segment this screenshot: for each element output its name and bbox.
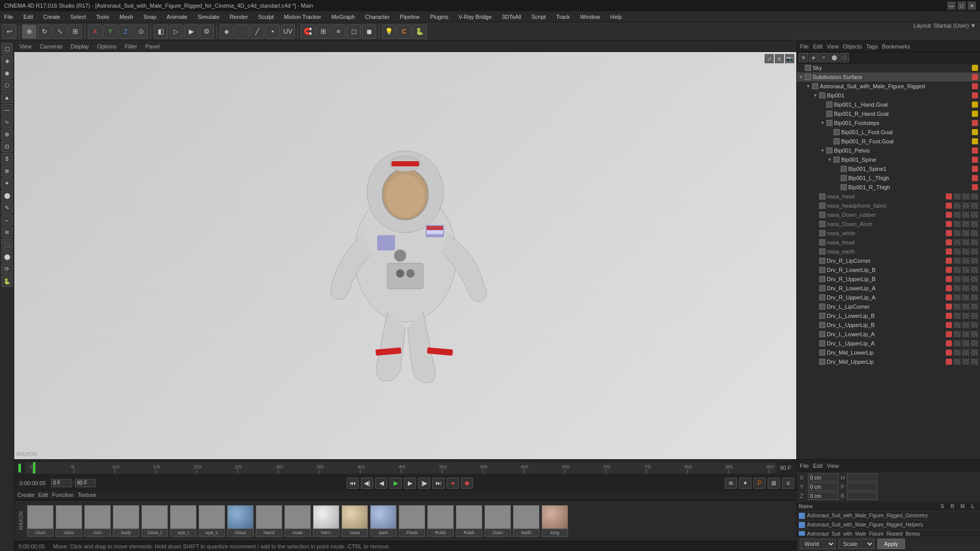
tool-13[interactable]: ⬤	[2, 190, 13, 201]
mat-tab-edit[interactable]: Edit	[38, 492, 48, 498]
next-frame-button[interactable]: ▶	[404, 478, 416, 489]
btm-tab-file[interactable]: File	[800, 463, 809, 469]
undo-button[interactable]: ↩	[2, 24, 16, 39]
menu-item-animate[interactable]: Animate	[165, 13, 189, 21]
light-button[interactable]: 💡	[382, 24, 396, 39]
material-slot[interactable]: Rubb	[427, 505, 454, 537]
menu-item-edit[interactable]: Edit	[21, 13, 35, 21]
obj-tab-file[interactable]: File	[800, 43, 809, 49]
tree-item[interactable]: Drv_R_LowerLip_A	[797, 284, 980, 293]
tree-item[interactable]: ▼Bip001	[797, 91, 980, 100]
menu-item-character[interactable]: Character	[363, 13, 391, 21]
poly-mode-button[interactable]: ▪	[265, 24, 280, 39]
all-axis-button[interactable]: ⊙	[134, 24, 148, 39]
p-input[interactable]	[847, 483, 877, 491]
menu-item-tools[interactable]: Tools	[94, 13, 111, 21]
tree-item[interactable]: Bip001_L_Thigh	[797, 173, 980, 183]
material-slot[interactable]: Stain	[484, 505, 511, 537]
tree-item[interactable]: Drv_R_UpperLip_A	[797, 293, 980, 302]
scene-icon-2[interactable]: ◈	[809, 53, 818, 62]
auto-key-button[interactable]: ⏺	[461, 478, 473, 489]
paint-tool[interactable]: ◈	[2, 55, 13, 66]
tool-14[interactable]: ✎	[2, 202, 13, 213]
tool-15[interactable]: ⟗	[2, 214, 13, 226]
tree-item[interactable]: Sky	[797, 63, 980, 72]
next-key-button[interactable]: |▶	[418, 478, 430, 489]
play-button[interactable]: ▶	[389, 478, 402, 489]
end-frame-input[interactable]	[75, 479, 95, 487]
menu-item-render[interactable]: Render	[228, 13, 250, 21]
tool-8[interactable]: ⊕	[2, 129, 13, 140]
tree-item[interactable]: nasa_earth	[797, 247, 980, 256]
viewport-tab-filter[interactable]: Filter	[122, 42, 139, 51]
mat-tab-create[interactable]: Create	[17, 492, 34, 498]
maximize-button[interactable]: □	[958, 2, 966, 10]
menu-item-script[interactable]: Script	[529, 13, 548, 21]
viewport-tab-panel[interactable]: Panel	[143, 42, 162, 51]
tree-item[interactable]: ▼Astronaut_Suit_with_Male_Figure_Rigged	[797, 82, 980, 91]
tool-18[interactable]: ⬤	[2, 251, 13, 262]
menu-item-v-ray-bridge[interactable]: V-Ray Bridge	[457, 13, 494, 21]
material-slot[interactable]: Alum	[56, 505, 82, 537]
tool-19[interactable]: ⟳	[2, 263, 13, 274]
tree-item[interactable]: nasa_hand	[797, 192, 980, 201]
tool-17[interactable]: ⬛	[2, 239, 13, 250]
menu-item-file[interactable]: File	[2, 13, 15, 21]
tree-item[interactable]: Bip001_R_Foot.Goal	[797, 137, 980, 146]
tree-item[interactable]: Bip001_Spine1	[797, 164, 980, 173]
render-region-button[interactable]: ◧	[154, 24, 168, 39]
motion-clip-button[interactable]: ≋	[725, 478, 737, 489]
viewport-tab-options[interactable]: Options	[95, 42, 118, 51]
world-select[interactable]: World Local Object	[800, 539, 836, 549]
tree-item[interactable]: Drv_L_LowerLip_A	[797, 330, 980, 339]
tool-12[interactable]: ✦	[2, 178, 13, 189]
material-slot[interactable]: eye_c	[199, 505, 225, 537]
goto-end-button[interactable]: ⏭	[432, 478, 445, 489]
point-mode-button[interactable]: ·	[235, 24, 249, 39]
material-slot[interactable]: Glass	[227, 505, 254, 537]
material-slot[interactable]: tong	[542, 505, 568, 537]
material-slot[interactable]: Mirrc	[313, 505, 339, 537]
scene-icon-5[interactable]: ⬡	[840, 53, 849, 62]
bottom-table-row[interactable]: Astronaut_Suit_with_Male_Figure_Rigged_G…	[797, 511, 980, 520]
obj-tab-tags[interactable]: Tags	[866, 43, 878, 49]
menu-item-simulate[interactable]: Simulate	[195, 13, 222, 21]
viewport[interactable]: ⤢ ≡ 📷 MAXON	[14, 52, 796, 459]
viewport-tab-view[interactable]: View	[17, 42, 34, 51]
material-slot[interactable]: Rubb	[456, 505, 482, 537]
material-slot[interactable]: mate	[284, 505, 311, 537]
tree-item[interactable]: ▼Bip001_Spine	[797, 155, 980, 164]
tree-item[interactable]: Drv_R_LipCorner	[797, 256, 980, 265]
obj-tab-objects[interactable]: Objects	[843, 43, 862, 49]
menu-item-snap[interactable]: Snap	[141, 13, 159, 21]
material-slot[interactable]: Detai_l	[141, 505, 168, 537]
edge-mode-button[interactable]: ╱	[250, 24, 264, 39]
menu-item-mesh[interactable]: Mesh	[117, 13, 135, 21]
tool-11[interactable]: ⊗	[2, 165, 13, 177]
tree-item[interactable]: Drv_L_LowerLip_B	[797, 311, 980, 320]
tool-20[interactable]: 🐍	[2, 276, 13, 287]
tree-item[interactable]: ▼Subdivision Surface	[797, 72, 980, 82]
prev-key-button[interactable]: ◀|	[361, 478, 373, 489]
tree-item[interactable]: nasa_white	[797, 229, 980, 238]
menu-item-plugins[interactable]: Plugins	[428, 13, 450, 21]
obj-tab-bookmarks[interactable]: Bookmarks	[882, 43, 910, 49]
rotate-tool-button[interactable]: ↻	[37, 24, 52, 39]
material-slot[interactable]: nasa	[341, 505, 368, 537]
obj-mode-button[interactable]: ◈	[219, 24, 234, 39]
menu-item-sculpt[interactable]: Sculpt	[256, 13, 276, 21]
material-slot[interactable]: body	[113, 505, 139, 537]
tree-item[interactable]: nasa_headphone_fabric	[797, 201, 980, 210]
btm-tab-edit[interactable]: Edit	[813, 463, 823, 469]
tool-5[interactable]: ▲	[2, 92, 13, 103]
mat-tab-function[interactable]: Function	[52, 492, 74, 498]
transform-button[interactable]: ⊞	[68, 24, 82, 39]
tree-item[interactable]: Bip001_L_Hand.Goal	[797, 100, 980, 109]
tree-item[interactable]: nasa_Down_Alum	[797, 219, 980, 229]
tree-item[interactable]: Drv_L_UpperLip_A	[797, 339, 980, 348]
tree-item[interactable]: Drv_Mid_LowerLip	[797, 348, 980, 357]
tool5-button[interactable]: ◻	[347, 24, 361, 39]
minimize-button[interactable]: —	[947, 2, 955, 10]
tree-item[interactable]: Drv_L_UpperLip_B	[797, 320, 980, 330]
z-input[interactable]	[808, 492, 839, 500]
